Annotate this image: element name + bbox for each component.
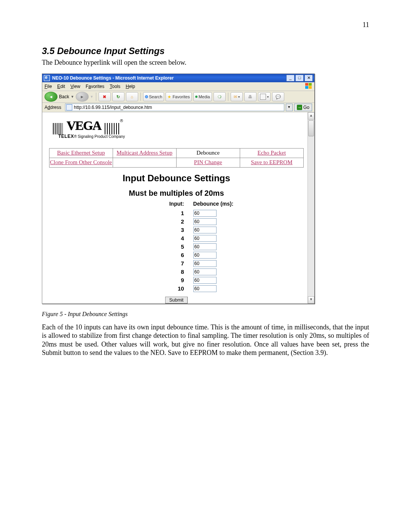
discuss-button[interactable]: 💬 — [272, 92, 284, 101]
menu-edit[interactable]: Edit — [57, 84, 65, 89]
address-url: http://10.6.99.115/input_debounce.htm — [74, 105, 152, 110]
toolbar-separator — [228, 93, 228, 101]
media-button[interactable]: Media — [193, 92, 212, 101]
menu-help[interactable]: Help — [126, 84, 135, 89]
table-row: 4 — [115, 234, 238, 243]
edit-button[interactable]: ▾ — [258, 92, 271, 101]
input-number: 7 — [115, 259, 189, 268]
debounce-input-10[interactable] — [193, 285, 217, 292]
window-titlebar: NEO-10 Debounce Settings - Microsoft Int… — [42, 74, 314, 82]
col-input-header: Input: — [115, 200, 189, 209]
nav-echo-packet[interactable]: Echo Packet — [240, 148, 303, 158]
address-label: Address — [45, 105, 61, 110]
input-number: 6 — [115, 251, 189, 259]
table-row: 7 — [115, 259, 238, 268]
page-icon — [66, 104, 72, 110]
body-paragraph: Each of the 10 inputs can have its own i… — [42, 323, 369, 357]
page-subtitle: Must be multiples of 20ms — [49, 189, 304, 198]
table-row: 5 — [115, 243, 238, 251]
back-button[interactable]: ◄ — [45, 92, 57, 102]
col-debounce-header: Debounce (ms): — [189, 200, 238, 209]
table-row: 2 — [115, 217, 238, 226]
windows-logo-icon — [305, 83, 312, 89]
menu-favorites[interactable]: Favorites — [86, 84, 104, 89]
menu-view[interactable]: View — [70, 84, 80, 89]
input-number: 4 — [115, 234, 189, 243]
table-row: 1 — [115, 209, 238, 217]
debounce-input-2[interactable] — [193, 218, 217, 225]
ie-icon — [44, 75, 50, 81]
window-title: NEO-10 Debounce Settings - Microsoft Int… — [52, 75, 285, 81]
input-number: 1 — [115, 209, 189, 217]
close-button[interactable]: ✕ — [304, 75, 313, 81]
section-intro: The Debounce hyperlink will open the scr… — [42, 59, 369, 67]
address-field[interactable]: http://10.6.99.115/input_debounce.htm — [65, 104, 284, 111]
nav-save-eeprom[interactable]: Save to EEPROM — [240, 158, 303, 167]
go-arrow-icon: → — [297, 105, 302, 110]
nav-empty — [113, 158, 176, 167]
section-heading: 3.5 Debounce Input Settings — [42, 46, 369, 56]
forward-dropdown-icon: ▼ — [90, 95, 94, 99]
debounce-input-5[interactable] — [193, 243, 217, 250]
input-number: 10 — [115, 284, 189, 293]
page-content: VEGA® TELEX® Signaling Product Company B… — [42, 112, 307, 304]
debounce-input-6[interactable] — [193, 252, 217, 259]
print-button[interactable]: 🖶 — [244, 92, 256, 101]
debounce-input-7[interactable] — [193, 260, 217, 267]
input-number: 2 — [115, 217, 189, 226]
refresh-button[interactable]: ↻ — [112, 92, 124, 101]
debounce-input-9[interactable] — [193, 277, 217, 284]
browser-window: NEO-10 Debounce Settings - Microsoft Int… — [42, 73, 315, 304]
table-row: 10 — [115, 284, 238, 293]
nav-basic-ethernet[interactable]: Basic Ethernet Setup — [49, 148, 113, 158]
menu-bar: File Edit View Favorites Tools Help — [42, 82, 314, 91]
back-label[interactable]: Back — [59, 94, 69, 99]
debounce-input-8[interactable] — [193, 268, 217, 275]
toolbar-separator — [140, 93, 141, 101]
debounce-input-1[interactable] — [193, 210, 217, 217]
scroll-up-icon[interactable]: ▲ — [308, 112, 314, 120]
telex-tagline: TELEX® Signaling Product Company — [58, 134, 304, 139]
input-number: 8 — [115, 268, 189, 276]
vega-logo: VEGA® TELEX® Signaling Product Company — [53, 118, 304, 139]
nav-clone[interactable]: Clone From Other Console — [49, 158, 113, 167]
toolbar: ◄ Back ▼ ► ▼ ✖ ↻ ⌂ Search ★Favorites Med… — [42, 91, 314, 103]
history-button[interactable]: ❍ — [213, 92, 226, 101]
table-row: 6 — [115, 251, 238, 259]
scroll-down-icon[interactable]: ▼ — [308, 296, 314, 304]
minimize-button[interactable]: _ — [286, 75, 295, 81]
figure-caption: Figure 5 - Input Debounce Settings — [42, 311, 369, 318]
address-bar: Address http://10.6.99.115/input_debounc… — [42, 103, 314, 112]
page-title: Input Debounce Settings — [49, 173, 304, 184]
favorites-button[interactable]: ★Favorites — [166, 92, 191, 101]
back-dropdown-icon[interactable]: ▼ — [71, 95, 74, 99]
nav-multicast[interactable]: Multicast Address Setup — [113, 148, 176, 158]
menu-tools[interactable]: Tools — [110, 84, 120, 89]
inputs-table: Input: Debounce (ms): 12345678910 — [115, 200, 238, 293]
vertical-scrollbar[interactable]: ▲ ▼ — [307, 112, 314, 304]
nav-pin-change[interactable]: PIN Change — [176, 158, 240, 167]
scroll-thumb[interactable] — [308, 120, 314, 136]
input-number: 3 — [115, 226, 189, 234]
table-row: 3 — [115, 226, 238, 234]
address-dropdown[interactable]: ▾ — [286, 104, 293, 111]
table-row: 9 — [115, 276, 238, 284]
debounce-input-3[interactable] — [193, 227, 217, 233]
nav-debounce: Debounce — [176, 148, 240, 158]
home-button[interactable]: ⌂ — [126, 92, 138, 101]
input-number: 5 — [115, 243, 189, 251]
toolbar-separator — [96, 93, 96, 101]
menu-file[interactable]: File — [45, 84, 52, 89]
mail-button[interactable]: ✉▾ — [231, 92, 243, 101]
page-number: 11 — [363, 21, 369, 29]
maximize-button[interactable]: □ — [295, 75, 304, 81]
submit-button[interactable]: Submit — [165, 297, 188, 304]
nav-table: Basic Ethernet Setup Multicast Address S… — [49, 148, 304, 168]
forward-button[interactable]: ► — [76, 92, 89, 102]
debounce-input-4[interactable] — [193, 235, 217, 242]
stop-button[interactable]: ✖ — [99, 92, 111, 101]
input-number: 9 — [115, 276, 189, 284]
go-button[interactable]: →Go — [294, 104, 312, 111]
search-button[interactable]: Search — [143, 92, 164, 101]
table-row: 8 — [115, 268, 238, 276]
